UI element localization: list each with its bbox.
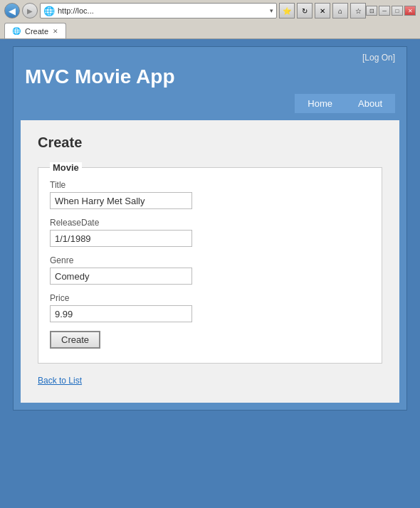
favorites-icon[interactable]: ⭐ [279, 3, 295, 18]
browser-right-nav: ⌂ ☆ [332, 3, 366, 18]
browser-top-row: ◀ ▶ 🌐 ▾ ⭐ ↻ ✕ ⌂ ☆ ⊡ ─ □ ✕ [4, 3, 416, 18]
price-group: Price [50, 293, 370, 322]
tab-title: Create [25, 27, 48, 36]
active-tab[interactable]: 🌐 Create ✕ [4, 23, 66, 38]
genre-group: Genre [50, 255, 370, 285]
genre-input[interactable] [50, 268, 192, 285]
tab-favicon: 🌐 [12, 27, 21, 35]
movie-fieldset: Movie Title ReleaseDate Genre Price [38, 162, 382, 364]
stop-button[interactable]: ✕ [315, 3, 330, 18]
site-title: MVC Movie App [25, 65, 395, 88]
home-button[interactable]: ⌂ [332, 3, 348, 18]
browser-chrome: ◀ ▶ 🌐 ▾ ⭐ ↻ ✕ ⌂ ☆ ⊡ ─ □ ✕ [0, 0, 420, 39]
price-label: Price [50, 293, 370, 303]
page-inner: [ Log On ] MVC Movie App Home About Crea… [13, 46, 407, 411]
title-label: Title [50, 180, 370, 190]
release-input[interactable] [50, 230, 192, 247]
fieldset-legend: Movie [50, 162, 82, 173]
address-bar: 🌐 ▾ [40, 3, 277, 18]
site-header-top: [ Log On ] [25, 53, 395, 63]
ie-address-icon: 🌐 [43, 6, 55, 16]
back-button[interactable]: ◀ [4, 3, 20, 18]
release-group: ReleaseDate [50, 218, 370, 247]
forward-icon: ▶ [27, 7, 33, 15]
page-heading: Create [38, 134, 382, 151]
minimize-button[interactable]: ─ [379, 6, 390, 16]
address-dropdown-icon[interactable]: ▾ [270, 7, 273, 14]
window-controls: ⊡ ─ □ ✕ [366, 6, 416, 16]
maximize-button[interactable]: □ [392, 6, 403, 16]
title-group: Title [50, 180, 370, 209]
nav-about-button[interactable]: About [345, 94, 395, 113]
logon-link[interactable]: Log On [364, 53, 392, 63]
release-label: ReleaseDate [50, 218, 370, 228]
content-area: Create Movie Title ReleaseDate Genre Pri… [21, 120, 399, 403]
back-to-list-link[interactable]: Back to List [38, 376, 82, 386]
logon-bracket-close: ] [393, 53, 395, 63]
bookmark-button[interactable]: ☆ [350, 3, 366, 18]
genre-label: Genre [50, 255, 370, 265]
price-input[interactable] [50, 305, 192, 322]
tab-bar: 🌐 Create ✕ [4, 20, 416, 38]
close-button[interactable]: ✕ [404, 6, 416, 16]
site-header: [ Log On ] MVC Movie App Home About [14, 47, 406, 113]
tab-close-icon[interactable]: ✕ [53, 28, 58, 35]
forward-button[interactable]: ▶ [22, 3, 38, 18]
back-icon: ◀ [9, 6, 16, 16]
page-wrapper: [ Log On ] MVC Movie App Home About Crea… [0, 39, 420, 425]
site-nav: Home About [25, 94, 395, 113]
nav-home-button[interactable]: Home [295, 94, 345, 113]
nav-and-address: ◀ ▶ 🌐 ▾ ⭐ ↻ ✕ ⌂ ☆ [4, 3, 366, 18]
address-input[interactable] [58, 6, 267, 15]
create-button[interactable]: Create [50, 331, 100, 349]
refresh-button[interactable]: ↻ [297, 3, 313, 18]
snap-button[interactable]: ⊡ [366, 6, 377, 16]
title-input[interactable] [50, 192, 192, 209]
